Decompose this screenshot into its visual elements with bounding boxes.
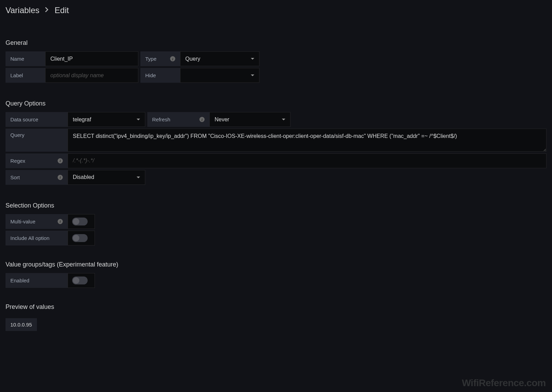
section-title-query-options: Query Options <box>6 100 546 107</box>
info-icon[interactable]: i <box>170 56 175 61</box>
value-groups-section: Value groups/tags (Experimental feature)… <box>6 261 546 288</box>
caret-down-icon <box>251 74 254 76</box>
sort-label: Sort i <box>6 170 68 185</box>
caret-down-icon <box>251 58 254 60</box>
caret-down-icon <box>137 177 140 178</box>
info-icon[interactable]: i <box>58 175 63 180</box>
multivalue-toggle[interactable] <box>68 214 95 229</box>
general-section: General Name Type i Query Label <box>6 39 546 83</box>
chevron-right-icon <box>45 7 49 13</box>
regex-label: Regex i <box>6 153 68 168</box>
regex-input[interactable] <box>68 153 546 168</box>
caret-down-icon <box>137 119 140 120</box>
name-input[interactable] <box>45 51 138 66</box>
datasource-select[interactable]: telegraf <box>68 112 145 127</box>
includeall-label: Include All option <box>6 231 68 245</box>
refresh-label: Refresh i <box>147 112 209 127</box>
hide-label: Hide <box>140 68 180 83</box>
preview-value-chip: 10.0.0.95 <box>6 318 37 331</box>
enabled-label: Enabled <box>6 273 68 288</box>
multivalue-label: Multi-value i <box>6 214 68 229</box>
breadcrumb: Variables Edit <box>6 6 546 15</box>
section-title-value-groups: Value groups/tags (Experimental feature) <box>6 261 546 268</box>
query-textarea[interactable] <box>68 129 546 152</box>
info-icon[interactable]: i <box>58 158 63 163</box>
section-title-general: General <box>6 39 546 47</box>
info-icon[interactable]: i <box>199 117 205 122</box>
info-icon[interactable]: i <box>58 219 63 224</box>
name-label: Name <box>6 51 45 66</box>
preview-section: Preview of values 10.0.0.95 <box>6 303 546 331</box>
enabled-toggle[interactable] <box>68 273 95 288</box>
includeall-toggle[interactable] <box>68 231 95 245</box>
label-label: Label <box>6 68 45 83</box>
label-input[interactable] <box>45 68 138 83</box>
datasource-label: Data source <box>6 112 68 127</box>
section-title-preview: Preview of values <box>6 303 546 311</box>
selection-options-section: Selection Options Multi-value i Include … <box>6 202 546 245</box>
type-select[interactable]: Query <box>180 51 259 66</box>
breadcrumb-parent[interactable]: Variables <box>6 6 39 15</box>
query-label: Query <box>6 129 68 152</box>
hide-select[interactable] <box>180 68 259 83</box>
sort-select[interactable]: Disabled <box>68 170 145 185</box>
type-label: Type i <box>140 51 180 66</box>
caret-down-icon <box>282 119 285 120</box>
section-title-selection-options: Selection Options <box>6 202 546 209</box>
watermark: WifiReference.com <box>462 378 546 389</box>
breadcrumb-current: Edit <box>55 6 69 15</box>
refresh-select[interactable]: Never <box>209 112 290 127</box>
query-options-section: Query Options Data source telegraf Refre… <box>6 100 546 185</box>
